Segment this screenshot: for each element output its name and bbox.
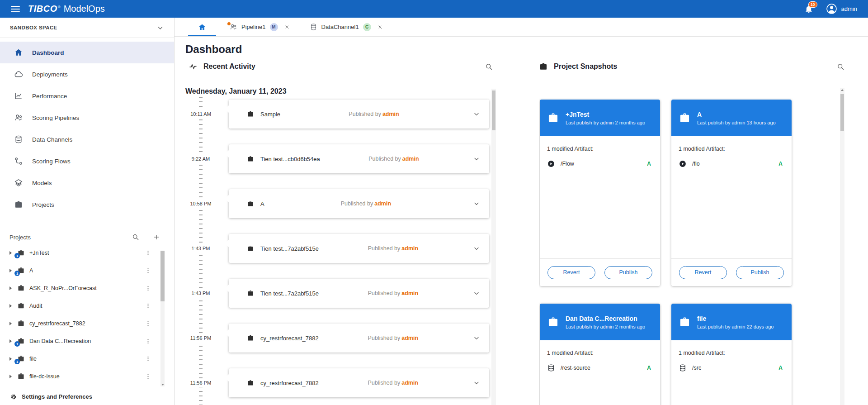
expand-icon[interactable] — [9, 269, 12, 272]
more-options-icon[interactable] — [145, 355, 151, 363]
snapshots-scrollbar[interactable] — [840, 88, 844, 405]
publisher-user: admin — [402, 156, 419, 162]
section-title: Recent Activity — [203, 62, 255, 71]
activity-card[interactable]: Sample Published byadmin — [229, 100, 489, 129]
chevron-down-icon[interactable] — [473, 290, 480, 297]
expand-icon[interactable] — [9, 357, 12, 361]
chart-icon — [14, 91, 23, 100]
sidebar-scrollbar[interactable] — [160, 251, 165, 386]
expand-icon[interactable] — [9, 304, 12, 308]
search-icon[interactable] — [485, 63, 493, 71]
revert-button[interactable]: Revert — [679, 266, 727, 279]
publish-button[interactable]: Publish — [736, 266, 784, 279]
project-item[interactable]: 1 Dan Data C...Recreation — [0, 332, 174, 350]
expand-icon[interactable] — [9, 251, 12, 255]
chevron-down-icon[interactable] — [473, 379, 480, 386]
tab-home[interactable] — [188, 18, 216, 36]
activity-card[interactable]: cy_restrforecast_7882 Published byadmin — [229, 368, 489, 397]
briefcase-icon — [247, 379, 254, 386]
expand-icon[interactable] — [9, 322, 12, 325]
topbar-right: 10 admin — [804, 3, 857, 14]
space-selector[interactable]: SANDBOX SPACE — [0, 18, 174, 38]
chevron-down-icon[interactable] — [473, 110, 480, 118]
user-name: admin — [841, 5, 857, 12]
search-icon[interactable] — [837, 63, 844, 71]
artifact-status-badge: A — [647, 161, 653, 167]
more-options-icon[interactable] — [145, 302, 151, 310]
activity-row: 1:43 PM Tien test...7a2abf515e Published… — [185, 276, 496, 321]
activity-card[interactable]: Tien test...cb0d6b54ea Published byadmin — [229, 144, 489, 173]
activity-name: Tien test...7a2abf515e — [260, 245, 319, 252]
activity-name: A — [260, 200, 264, 207]
artifact-row[interactable]: /src A — [679, 364, 784, 372]
search-icon[interactable] — [132, 233, 139, 241]
notifications-button[interactable]: 10 — [804, 5, 813, 14]
briefcase-icon — [547, 112, 559, 124]
snapshot-card-header[interactable]: Dan Data C...Recreation Last publish by … — [540, 304, 660, 340]
scroll-down-arrow[interactable] — [160, 384, 165, 386]
sidebar-item-deployments[interactable]: Deployments — [0, 63, 174, 85]
project-item[interactable]: Audit — [0, 297, 174, 314]
expand-icon[interactable] — [9, 375, 12, 378]
project-item[interactable]: ASK_R_NoPr...OrForecast — [0, 279, 174, 297]
more-options-icon[interactable] — [145, 372, 151, 381]
revert-button[interactable]: Revert — [547, 266, 595, 279]
scrollbar-thumb[interactable] — [840, 94, 844, 131]
sidebar-item-performance[interactable]: Performance — [0, 85, 174, 107]
more-options-icon[interactable] — [145, 267, 151, 275]
snapshot-card: +JnTest Last publish by admin 2 months a… — [540, 100, 660, 286]
expand-icon[interactable] — [9, 286, 12, 290]
activity-card[interactable]: Tien test...7a2abf515e Published byadmin — [229, 279, 489, 308]
tab-pipeline1[interactable]: Pipeline1 M — [223, 18, 296, 36]
close-icon[interactable] — [377, 24, 383, 30]
close-icon[interactable] — [284, 24, 290, 30]
sidebar-item-scoring-pipelines[interactable]: Scoring Pipelines — [0, 107, 174, 129]
tab-datachannel1[interactable]: DataChannel1 C — [303, 18, 389, 36]
sidebar-item-data-channels[interactable]: Data Channels — [0, 129, 174, 150]
artifact-row[interactable]: /flo A — [679, 160, 784, 168]
scrollbar-thumb[interactable] — [492, 91, 495, 130]
artifact-row[interactable]: /Flow A — [547, 160, 653, 168]
more-options-icon[interactable] — [145, 337, 151, 345]
menu-icon[interactable] — [11, 6, 20, 12]
artifact-name: /src — [692, 365, 701, 371]
project-item[interactable]: 1 file — [0, 350, 174, 367]
chevron-down-icon[interactable] — [473, 155, 480, 162]
chevron-down-icon[interactable] — [473, 200, 480, 207]
sidebar-item-dashboard[interactable]: Dashboard — [0, 42, 174, 63]
activity-card[interactable]: Tien test...7a2abf515e Published byadmin — [229, 234, 489, 263]
project-item[interactable]: cy_restrforecast_7882 — [0, 314, 174, 332]
snapshot-card-header[interactable]: +JnTest Last publish by admin 2 months a… — [540, 100, 660, 136]
artifact-row[interactable]: /rest-source A — [547, 364, 653, 372]
publisher-user: admin — [401, 380, 418, 386]
scroll-up-arrow[interactable] — [840, 89, 844, 91]
tab-bar: Pipeline1 M DataChannel1 C — [175, 18, 868, 37]
project-item[interactable]: 1 A — [0, 262, 174, 279]
expand-icon[interactable] — [9, 339, 12, 343]
sidebar-item-models[interactable]: Models — [0, 172, 174, 194]
more-options-icon[interactable] — [145, 249, 151, 257]
more-options-icon[interactable] — [145, 319, 151, 328]
sidebar-item-projects[interactable]: Projects — [0, 194, 174, 215]
chevron-down-icon[interactable] — [473, 334, 480, 342]
activity-scrollbar[interactable] — [491, 89, 496, 405]
activity-row: 10:11 AM Sample Published byadmin — [185, 97, 496, 142]
user-menu[interactable]: admin — [826, 3, 857, 14]
activity-card[interactable]: cy_restrforecast_7882 Published byadmin — [229, 324, 489, 353]
settings-and-preferences[interactable]: Settings and Preferences — [0, 388, 174, 405]
snapshot-card-header[interactable]: A Last publish by admin 13 hours ago — [671, 100, 792, 136]
chevron-down-icon[interactable] — [473, 245, 480, 252]
project-item[interactable]: file-dc-issue — [0, 367, 174, 385]
project-item[interactable]: 1 +JnTest — [0, 244, 174, 262]
sidebar-item-scoring-flows[interactable]: Scoring Flows — [0, 150, 174, 172]
snapshot-card-header[interactable]: file Last publish by admin 22 days ago — [671, 304, 792, 340]
briefcase-icon — [679, 316, 691, 328]
scrollbar-thumb[interactable] — [160, 251, 165, 301]
add-project-icon[interactable] — [153, 233, 160, 241]
activity-card[interactable]: A Published byadmin — [229, 189, 489, 218]
activity-row: 9:22 AM Tien test...cb0d6b54ea Published… — [185, 142, 496, 186]
activity-time: 1:43 PM — [191, 289, 211, 297]
more-options-icon[interactable] — [145, 284, 151, 292]
publish-button[interactable]: Publish — [604, 266, 652, 279]
activity-name: Sample — [260, 111, 280, 118]
